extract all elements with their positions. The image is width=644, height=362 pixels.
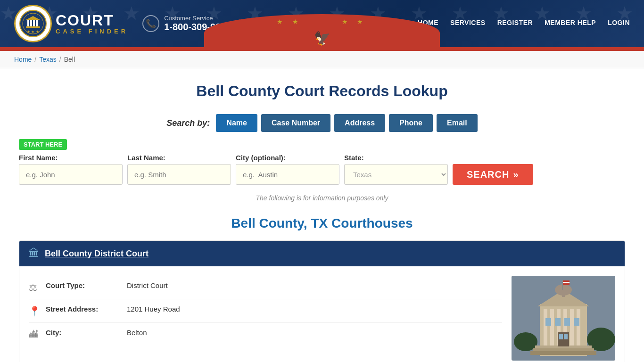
nav-services[interactable]: SERVICES [450,19,486,28]
search-button[interactable]: SEARCH » [453,164,533,185]
logo[interactable]: ★ ★ ★ COURT CASE FINDER [14,5,128,42]
firstname-label: First Name: [19,154,123,162]
logo-case-finder-label: CASE FINDER [56,28,128,35]
header: ★ ★ ★ COURT CASE FINDER 📞 Customer Servi… [0,0,644,47]
svg-rect-21 [562,290,565,297]
svg-rect-25 [545,318,551,326]
phone-icon: 📞 [142,15,159,32]
courthouse-icon: 🏛 [29,247,39,260]
city-row: 🏙 City: Belton [29,323,502,346]
search-tab-address[interactable]: Address [334,114,385,132]
nav-member-help[interactable]: MEMBER HELP [545,19,596,28]
logo-court-label: COURT [56,13,114,28]
search-tab-name[interactable]: Name [216,114,257,132]
firstname-field: First Name: [19,154,123,185]
city-row-label: City: [46,329,121,337]
breadcrumb-state[interactable]: Texas [39,56,57,63]
arc-stars: ★ ★ ★ ★ [277,18,367,25]
search-button-label: SEARCH [467,169,509,180]
search-button-arrows-icon: » [513,169,519,180]
search-form-container: START HERE First Name: Last Name: City (… [19,139,625,185]
logo-seal-icon: ★ ★ ★ [19,9,47,38]
page-title: Bell County Court Records Lookup [19,82,625,100]
court-type-icon: ⚖ [29,282,40,293]
street-label: Street Address: [46,305,121,313]
courthouse-header: 🏛 Bell County District Court [19,241,625,266]
logo-text: COURT CASE FINDER [56,13,128,35]
lastname-input[interactable] [127,164,231,185]
nav-register[interactable]: REGISTER [497,19,533,28]
search-by-row: Search by: Name Case Number Address Phon… [19,114,625,132]
svg-rect-24 [530,351,596,355]
svg-rect-27 [564,318,570,326]
svg-rect-4 [33,20,35,26]
svg-rect-26 [555,318,561,326]
court-type-label: Court Type: [46,281,121,289]
state-select[interactable]: AlabamaAlaskaArizonaArkansasCaliforniaCo… [344,164,448,185]
svg-rect-5 [36,20,38,26]
svg-rect-2 [27,20,29,26]
search-tab-phone[interactable]: Phone [389,114,433,132]
svg-rect-17 [570,309,574,346]
search-by-label: Search by: [166,118,210,128]
svg-rect-34 [563,282,570,283]
header-arc-decoration: ★ ★ ★ ★ 🦅 [204,14,440,47]
svg-rect-31 [564,334,568,339]
breadcrumb-county: Bell [64,56,75,63]
breadcrumb-home[interactable]: Home [14,56,32,63]
main-content: Bell County Court Records Lookup Search … [0,68,644,362]
city-input[interactable] [236,164,339,185]
breadcrumb-sep-2: / [59,56,61,63]
search-tab-email[interactable]: Email [437,114,478,132]
svg-rect-30 [559,334,563,339]
court-type-row: ⚖ Court Type: District Court [29,276,502,299]
svg-rect-32 [562,280,563,290]
court-type-value: District Court [127,281,168,289]
state-field: State: AlabamaAlaskaArizonaArkansasCalif… [344,154,448,185]
lastname-field: Last Name: [127,154,231,185]
firstname-input[interactable] [19,164,123,185]
breadcrumb-sep-1: / [34,56,36,63]
courthouse-card: 🏛 Bell County District Court ⚖ Court Typ… [19,240,625,362]
start-here-badge: START HERE [19,139,67,150]
courthouse-body: ⚖ Court Type: District Court 📍 Street Ad… [19,266,625,362]
state-label: State: [344,154,448,162]
svg-rect-6 [26,26,40,28]
svg-rect-13 [544,309,547,346]
header-bottom-stripe [0,47,644,51]
street-value: 1201 Huey Road [127,305,180,313]
street-row: 📍 Street Address: 1201 Huey Road [29,299,502,323]
search-tab-case-number[interactable]: Case Number [261,114,330,132]
svg-text:★ ★ ★: ★ ★ ★ [27,30,39,34]
courthouses-title: Bell County, TX Courthouses [19,216,625,231]
logo-circle: ★ ★ ★ [14,5,52,42]
svg-rect-23 [533,348,594,351]
city-label: City (optional): [236,154,339,162]
location-icon: 📍 [29,305,40,317]
svg-rect-18 [577,309,580,346]
svg-rect-28 [574,318,579,326]
main-nav: HOME SERVICES REGISTER MEMBER HELP LOGIN [418,19,630,28]
nav-login[interactable]: LOGIN [608,19,630,28]
city-icon: 🏙 [29,329,40,340]
courthouse-info: ⚖ Court Type: District Court 📍 Street Ad… [29,276,502,361]
courthouse-name-link[interactable]: Bell County District Court [45,249,149,259]
search-form: First Name: Last Name: City (optional): … [19,154,625,185]
cs-label: Customer Service [164,15,231,22]
courthouse-image [512,276,615,361]
courthouse-image-placeholder [512,276,615,361]
courthouse-building-svg [512,276,615,361]
breadcrumb: Home / Texas / Bell [0,51,644,68]
city-row-value: Belton [127,329,147,337]
lastname-label: Last Name: [127,154,231,162]
svg-rect-3 [30,20,32,26]
svg-rect-14 [550,309,554,346]
info-note: The following is for information purpose… [19,194,625,202]
eagle-icon: 🦅 [314,31,330,46]
city-field: City (optional): [236,154,339,185]
